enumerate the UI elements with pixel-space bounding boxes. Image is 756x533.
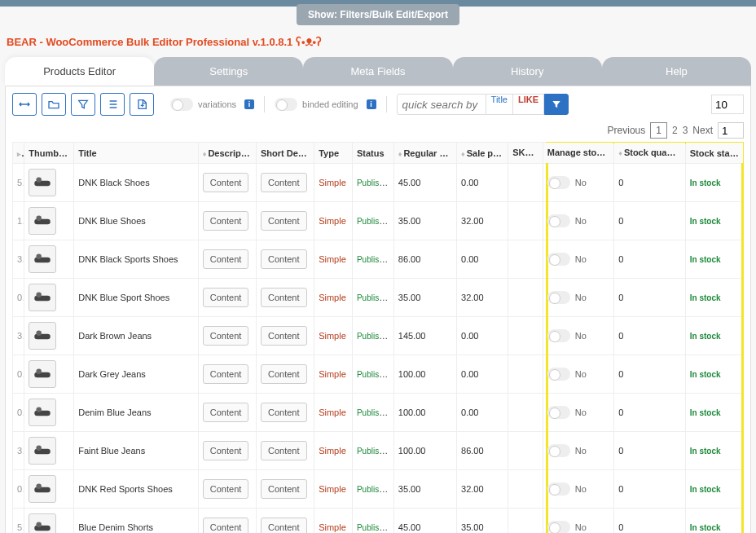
cell-type[interactable]: Simple [319, 293, 346, 302]
cell-sku[interactable] [508, 164, 543, 202]
cell-type[interactable]: Simple [319, 522, 346, 532]
cell-stock-qty[interactable]: 0 [614, 394, 685, 432]
manage-stock-toggle[interactable] [547, 482, 570, 496]
cell-sku[interactable] [508, 317, 543, 355]
row-id[interactable]: 0 [13, 355, 24, 394]
product-thumbnail[interactable] [29, 284, 56, 311]
cell-regular-price[interactable]: 100.00 [393, 355, 456, 394]
cell-type[interactable]: Simple [319, 407, 346, 417]
col-checkbox[interactable]: ▸ [13, 143, 24, 164]
manage-stock-toggle[interactable] [547, 214, 570, 227]
search-mode-select[interactable]: LIKE [513, 94, 544, 115]
new-product-icon-button[interactable] [130, 93, 154, 116]
binded-editing-toggle[interactable] [275, 98, 297, 111]
cell-title[interactable]: Dark Grey Jeans [74, 355, 199, 394]
cell-status[interactable]: Published [357, 254, 393, 264]
cell-stock-qty[interactable]: 0 [614, 164, 685, 202]
short-desc-button[interactable]: Content [261, 364, 307, 384]
short-desc-button[interactable]: Content [261, 441, 307, 460]
col-type[interactable]: Type [314, 143, 353, 164]
cell-regular-price[interactable]: 35.00 [393, 470, 456, 509]
info-icon[interactable]: i [367, 99, 376, 109]
cell-regular-price[interactable]: 35.00 [393, 202, 456, 240]
pager-page-input[interactable] [718, 122, 744, 139]
cell-sale-price[interactable]: 0.00 [457, 355, 508, 394]
col-description[interactable]: ♦Description [198, 143, 256, 164]
description-button[interactable]: Content [203, 326, 249, 346]
row-id[interactable]: 5 [13, 509, 24, 534]
info-icon[interactable]: i [534, 148, 543, 158]
cell-title[interactable]: Dark Brown Jeans [74, 317, 199, 355]
description-button[interactable]: Content [203, 249, 249, 269]
search-go-button[interactable] [544, 94, 569, 115]
description-button[interactable]: Content [203, 288, 249, 307]
cell-sale-price[interactable]: 86.00 [457, 432, 508, 470]
cell-stock-status[interactable]: In stock [690, 178, 721, 187]
col-sale-price[interactable]: ♦Sale price [457, 143, 508, 164]
tab-history[interactable]: History [453, 57, 602, 86]
cell-stock-status[interactable]: In stock [690, 293, 721, 302]
cell-sku[interactable] [508, 509, 543, 534]
cell-title[interactable]: DNK Black Sports Shoes [74, 240, 199, 279]
cell-sale-price[interactable]: 32.00 [457, 279, 508, 317]
cell-sku[interactable] [508, 394, 543, 432]
cell-stock-status[interactable]: In stock [690, 332, 721, 341]
short-desc-button[interactable]: Content [261, 518, 307, 533]
cell-regular-price[interactable]: 86.00 [393, 240, 456, 279]
cell-status[interactable]: Published [357, 293, 393, 302]
short-desc-button[interactable]: Content [261, 403, 307, 422]
cell-stock-qty[interactable]: 0 [614, 240, 685, 279]
cell-status[interactable]: Published [357, 331, 393, 341]
manage-stock-toggle[interactable] [547, 406, 570, 419]
manage-stock-toggle[interactable] [547, 291, 570, 304]
col-thumbnail[interactable]: Thumbnail [24, 143, 74, 164]
cell-type[interactable]: Simple [319, 484, 346, 494]
cell-title[interactable]: DNK Blue Sport Shoes [74, 279, 199, 317]
pager-page-3[interactable]: 3 [683, 125, 688, 136]
cell-status[interactable]: Published [357, 178, 393, 187]
row-id[interactable]: 3 [13, 317, 24, 355]
col-title[interactable]: Title [74, 143, 199, 164]
cell-regular-price[interactable]: 45.00 [393, 164, 456, 202]
cell-title[interactable]: Denim Blue Jeans [74, 394, 199, 432]
row-id[interactable]: 3 [13, 432, 24, 470]
cell-stock-qty[interactable]: 0 [614, 470, 685, 509]
product-thumbnail[interactable] [29, 399, 56, 426]
product-thumbnail[interactable] [29, 360, 56, 388]
cell-title[interactable]: DNK Blue Shoes [74, 202, 199, 240]
expand-icon-button[interactable] [12, 93, 37, 116]
cell-sale-price[interactable]: 0.00 [457, 317, 508, 355]
product-thumbnail[interactable] [29, 437, 56, 465]
cell-status[interactable]: Published [357, 484, 393, 494]
variations-toggle[interactable] [170, 98, 193, 111]
cell-type[interactable]: Simple [319, 178, 346, 187]
tab-meta-fields[interactable]: Meta Fields [303, 57, 452, 86]
cell-sku[interactable] [508, 240, 543, 279]
row-id[interactable]: 3 [13, 240, 24, 279]
product-thumbnail[interactable] [29, 513, 56, 533]
col-manage-stock[interactable]: Manage stock i [543, 143, 613, 164]
cell-type[interactable]: Simple [319, 331, 346, 341]
cell-sale-price[interactable]: 32.00 [457, 202, 508, 240]
pager-page-1[interactable]: 1 [650, 122, 667, 139]
cell-status[interactable]: Published [357, 369, 393, 379]
cell-stock-qty[interactable]: 0 [614, 279, 685, 317]
pager-page-2[interactable]: 2 [672, 125, 678, 136]
cell-stock-status[interactable]: In stock [690, 255, 721, 264]
cell-stock-status[interactable]: In stock [690, 370, 721, 379]
row-id[interactable]: 0 [13, 394, 24, 432]
product-thumbnail[interactable] [29, 207, 56, 235]
cell-regular-price[interactable]: 100.00 [393, 394, 456, 432]
short-desc-button[interactable]: Content [261, 173, 307, 192]
row-id[interactable]: 5 [13, 164, 24, 202]
col-stock-qty[interactable]: ♦Stock quantity i [614, 143, 685, 164]
cell-status[interactable]: Published [357, 446, 393, 456]
cell-stock-status[interactable]: In stock [690, 485, 721, 494]
manage-stock-toggle[interactable] [547, 444, 570, 457]
list-icon-button[interactable] [100, 93, 125, 116]
cell-regular-price[interactable]: 145.00 [393, 317, 456, 355]
cell-regular-price[interactable]: 45.00 [393, 509, 456, 534]
col-regular-price[interactable]: ♦Regular price [393, 143, 456, 164]
info-icon[interactable]: i [244, 99, 254, 109]
cell-sale-price[interactable]: 35.00 [457, 509, 508, 534]
